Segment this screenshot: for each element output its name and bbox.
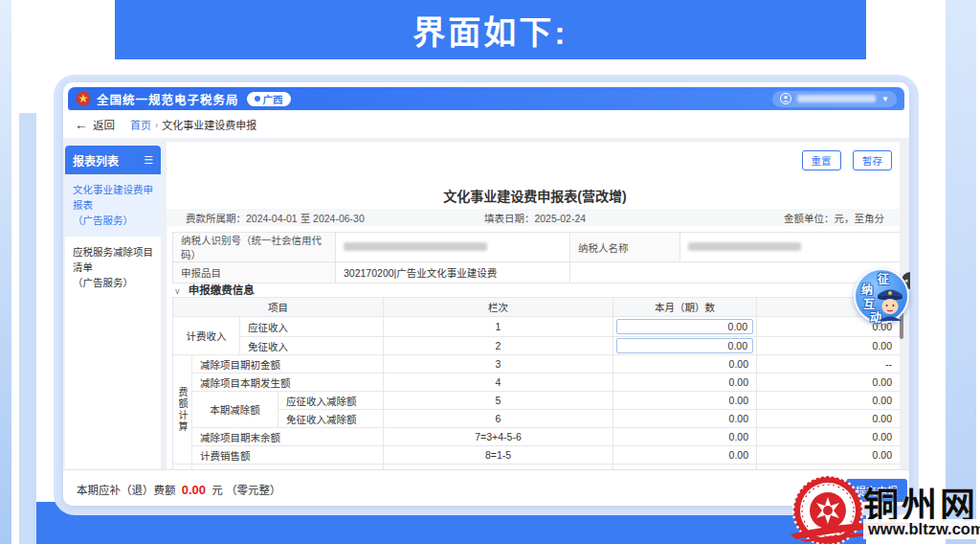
row-label: 减除项目期初金额 — [192, 355, 384, 374]
row-group-label: 费额计算 — [173, 355, 192, 465]
window-footer: 本期应补（退）费额 0.00 元 （零元整） 提交申报 — [63, 469, 909, 506]
row-group-label: 计费收入 — [173, 317, 240, 355]
region-name: 广西 — [263, 92, 283, 106]
submit-declaration-button[interactable]: 提交申报 — [846, 479, 907, 502]
tax-officer-mascot-icon — [875, 283, 905, 321]
table-row: 减除项目期末余额 7=3+4-5-6 0.00 0.00 — [173, 428, 901, 446]
col-header-month: 本月（期）数 — [613, 298, 757, 317]
screenshot-card: 全国统一规范电子税务局 广西 ▼ ← 返回 — [54, 75, 919, 515]
row-colno: 6 — [384, 410, 613, 428]
form-title: 文化事业建设费申报表(营改增) — [167, 186, 903, 205]
sidebar-header: 报表列表 ☰ — [65, 146, 161, 174]
row-colno: 3 — [384, 355, 613, 374]
hamburger-icon[interactable]: ☰ — [144, 154, 153, 167]
row-colno: 8=1-5 — [384, 446, 613, 465]
section-title: 申报缴费信息 — [189, 284, 255, 296]
tax-app-window: 全国统一规范电子税务局 广西 ▼ ← 返回 — [63, 82, 909, 506]
sidebar-item-deduction-list[interactable]: 应税服务减除项目清单 （广告服务） — [65, 237, 161, 299]
declare-item-value: 302170200|广告业文化事业建设费 — [336, 262, 570, 283]
app-body: 报表列表 ☰ 文化事业建设费申报表 （广告服务） 应税服务减除项目清单 （广告服… — [63, 138, 909, 469]
back-link[interactable]: 返回 — [93, 117, 115, 132]
taxpayer-name-redacted — [688, 242, 801, 251]
row-colno: 1 — [384, 317, 613, 337]
row-label: 应征收入 — [240, 317, 384, 337]
row-colno: 5 — [384, 392, 613, 410]
row-label: 计费销售额 — [192, 446, 384, 465]
month-value: 0.00 — [613, 410, 757, 428]
sidebar-title: 报表列表 — [73, 152, 119, 169]
year-value: 0.00 — [757, 374, 901, 392]
left-inner-strip — [19, 113, 36, 544]
table-row: 计费销售额 8=1-5 0.00 0.00 — [173, 446, 901, 465]
year-value: 0.00 — [757, 428, 901, 446]
collapse-caret-icon: ∨ — [174, 286, 181, 296]
amount-unit: 金额单位：元，至角分 — [780, 211, 888, 225]
month-input[interactable]: 0.00 — [616, 319, 753, 334]
tax-bureau-logo-icon — [76, 91, 91, 106]
user-account-chip[interactable]: ▼ — [772, 91, 897, 107]
month-value: 0.00 — [613, 428, 757, 446]
region-badge: 广西 — [247, 92, 291, 106]
row-label: 应征收入减除额 — [278, 392, 384, 410]
table-row: 费额计算 减除项目期初金额 3 0.00 -- — [173, 355, 901, 374]
bottom-band — [115, 515, 866, 544]
row-label: 免征收入减除额 — [278, 410, 384, 428]
declare-item-label: 申报品目 — [173, 262, 336, 283]
month-value: 0.00 — [613, 374, 757, 392]
row-label: 免征收入 — [240, 337, 384, 355]
slide-title: 界面如下: — [412, 7, 568, 54]
payable-summary: 本期应补（退）费额 0.00 元 （零元整） — [77, 482, 280, 497]
empty-cell — [570, 262, 901, 283]
table-row: 本期减除额 应征收入减除额 5 0.00 0.00 — [173, 392, 901, 410]
panel-toolbar: 重置 暂存 — [794, 150, 892, 170]
taxpayer-id-value — [336, 233, 570, 262]
save-draft-button[interactable]: 暂存 — [853, 150, 892, 170]
table-header-row: 项目 栏次 本月（期）数 — [173, 298, 901, 317]
back-arrow-icon[interactable]: ← — [75, 117, 88, 132]
row-subgroup-label: 本期减除额 — [192, 392, 278, 428]
month-input[interactable]: 0.00 — [616, 338, 753, 353]
section-header[interactable]: ∨ 申报缴费信息 — [174, 282, 255, 297]
taxpayer-id-redacted — [344, 242, 487, 251]
report-list-sidebar: 报表列表 ☰ 文化事业建设费申报表 （广告服务） 应税服务减除项目清单 （广告服… — [65, 146, 161, 469]
slide-title-band: 界面如下: — [115, 0, 866, 59]
breadcrumb: ← 返回 首页 › 文化事业建设费申报 — [75, 115, 256, 134]
form-meta-band: 填表日期：2025-02-24 费款所属期：2024-04-01 至 2024-… — [167, 209, 903, 226]
sidebar-item-culture-fee-form[interactable]: 文化事业建设费申报表 （广告服务） — [65, 174, 161, 237]
payable-amount: 0.00 — [182, 483, 206, 497]
sidebar-item-sub: （广告服务） — [73, 277, 133, 288]
year-value: -- — [757, 355, 901, 374]
declaration-table: 项目 栏次 本月（期）数 计费收入 应征收入 1 0.00 0.00 — [172, 297, 901, 469]
breadcrumb-separator: › — [155, 120, 158, 130]
col-header-colno: 栏次 — [384, 298, 613, 317]
yuan-unit: 元 — [212, 485, 223, 496]
amount-in-words: （零元整） — [226, 485, 281, 496]
taxpayer-info-table: 纳税人识别号（统一社会信用代码） 纳税人名称 申报品目 302170200|广告… — [172, 232, 901, 283]
year-value: 0.00 — [757, 446, 901, 465]
month-cell: 0.00 — [613, 337, 757, 355]
tax-interaction-floating-badge[interactable]: 征 纳 互 动 — [854, 268, 909, 324]
fee-period: 费款所属期：2024-04-01 至 2024-06-30 — [182, 211, 368, 225]
row-label: 减除项目期末余额 — [192, 428, 384, 446]
app-title: 全国统一规范电子税务局 — [97, 90, 239, 108]
month-cell: 0.00 — [613, 317, 757, 337]
taxpayer-id-label: 纳税人识别号（统一社会信用代码） — [173, 233, 336, 262]
form-panel: 重置 暂存 文化事业建设费申报表(营改增) 填表日期：2025-02-24 费款… — [167, 142, 903, 469]
table-row: 计费收入 应征收入 1 0.00 0.00 — [173, 317, 901, 337]
app-header: 全国统一规范电子税务局 广西 ▼ — [68, 87, 904, 110]
username-redacted — [797, 95, 876, 102]
chevron-down-icon: ▼ — [881, 95, 889, 103]
row-colno: 7=3+4-5-6 — [384, 428, 613, 446]
year-value: 0.00 — [757, 410, 901, 428]
location-pin-icon — [255, 96, 260, 102]
payable-label: 本期应补（退）费额 — [77, 485, 176, 496]
breadcrumb-current: 文化事业建设费申报 — [162, 117, 256, 132]
row-colno: 2 — [384, 337, 613, 355]
col-header-item: 项目 — [173, 298, 384, 317]
breadcrumb-home-link[interactable]: 首页 — [130, 117, 151, 132]
year-value: 0.00 — [757, 337, 901, 355]
table-row: 免征收入减除额 6 0.00 0.00 — [173, 410, 901, 428]
reset-button[interactable]: 重置 — [802, 150, 841, 170]
row-colno: 4 — [384, 374, 613, 392]
sidebar-item-label: 文化事业建设费申报表 — [73, 184, 153, 211]
